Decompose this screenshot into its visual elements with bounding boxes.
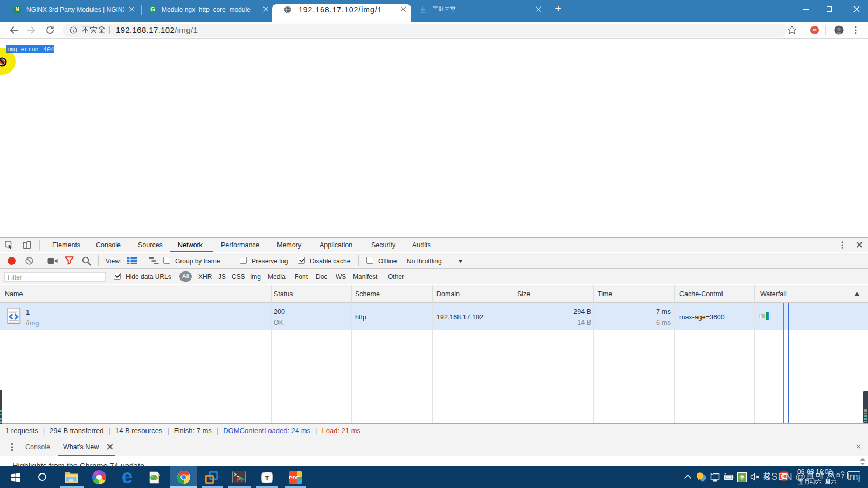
svg-text:T: T bbox=[265, 474, 269, 482]
